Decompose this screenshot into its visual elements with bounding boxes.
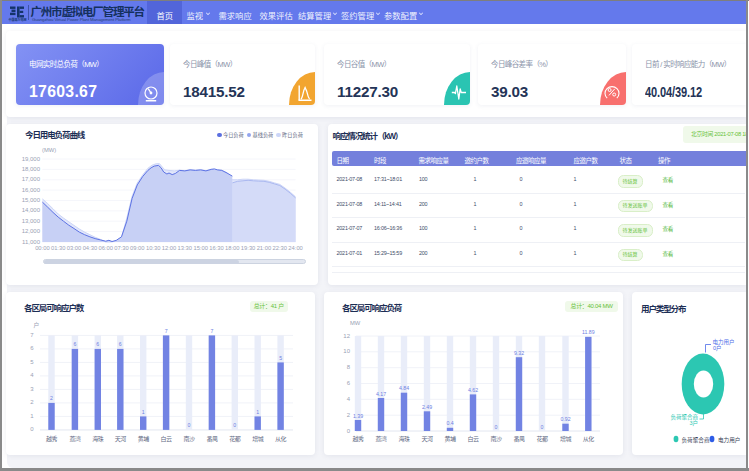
svg-text:4.17: 4.17 xyxy=(376,391,386,397)
svg-text:11.89: 11.89 xyxy=(582,329,595,335)
svg-text:0.4: 0.4 xyxy=(446,420,453,426)
svg-text:负荷聚合商: 负荷聚合商 xyxy=(681,436,709,444)
svg-text:3户: 3户 xyxy=(689,419,698,427)
svg-text:2.49: 2.49 xyxy=(422,404,432,410)
svg-text:0户: 0户 xyxy=(713,344,722,352)
svg-text:0: 0 xyxy=(541,424,544,430)
svg-text:0.92: 0.92 xyxy=(560,416,570,422)
svg-text:1.39: 1.39 xyxy=(353,413,363,419)
svg-text:4.84: 4.84 xyxy=(399,385,409,391)
svg-text:0: 0 xyxy=(495,424,498,430)
svg-text:电力用户: 电力用户 xyxy=(718,436,740,444)
svg-text:4.62: 4.62 xyxy=(468,387,478,393)
svg-text:9.32: 9.32 xyxy=(514,350,524,356)
